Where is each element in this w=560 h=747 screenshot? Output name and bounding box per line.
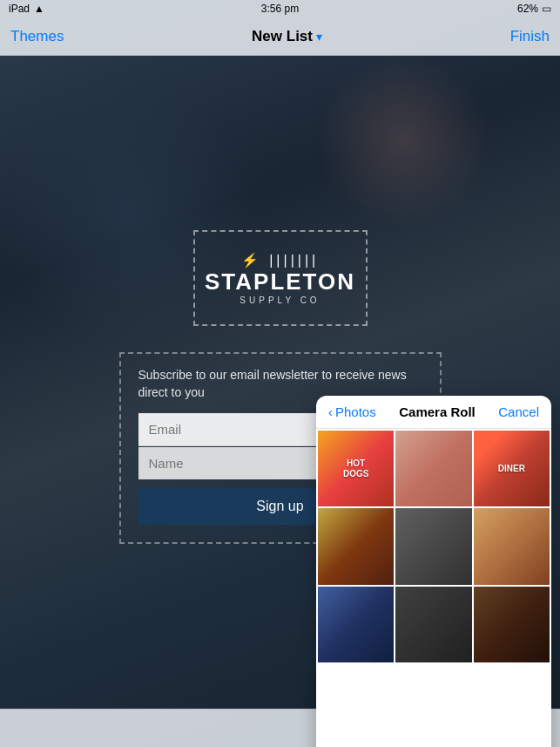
status-bar: iPad ▲ 3:56 pm 62% ▭ (0, 0, 560, 17)
wifi-icon: ▲ (34, 3, 44, 15)
logo-brand: STAPLETON (205, 270, 355, 293)
title-container: New List ▾ (252, 28, 322, 45)
finish-button[interactable]: Finish (510, 28, 550, 45)
main-content: ⚡ ||||||| STAPLETON SUPPLY CO Subscribe … (0, 56, 560, 747)
photo-thumbnail[interactable] (395, 431, 471, 506)
photo-label: DINER (498, 464, 525, 474)
battery-icon: ▭ (542, 3, 551, 15)
photo-thumbnail[interactable] (395, 587, 471, 662)
photo-thumbnail[interactable]: DINER (474, 431, 550, 506)
picker-empty-area (316, 664, 551, 747)
dropdown-arrow-icon[interactable]: ▾ (316, 30, 322, 44)
picker-back-label: Photos (335, 404, 376, 419)
picker-back-button[interactable]: ‹ Photos (328, 404, 376, 419)
carrier-label: iPad (9, 3, 30, 15)
picker-header: ‹ Photos Camera Roll Cancel (316, 396, 551, 429)
nav-bar: Themes New List ▾ Finish (0, 17, 560, 56)
status-left: iPad ▲ (9, 3, 44, 15)
logo: ⚡ ||||||| STAPLETON SUPPLY CO (205, 252, 355, 305)
photo-thumbnail[interactable] (318, 587, 394, 662)
photo-label: HOTDOGS (343, 458, 368, 479)
photo-thumbnail[interactable] (474, 508, 550, 584)
picker-title: Camera Roll (399, 404, 476, 419)
picker-cancel-button[interactable]: Cancel (498, 404, 539, 419)
status-time: 3:56 pm (261, 3, 299, 15)
themes-button[interactable]: Themes (10, 28, 64, 45)
photo-picker-popup: ‹ Photos Camera Roll Cancel HOTDOGS DINE… (316, 396, 551, 747)
photo-thumbnail[interactable] (474, 587, 550, 662)
photo-grid: HOTDOGS DINER (316, 429, 551, 664)
chevron-left-icon: ‹ (328, 404, 333, 419)
logo-subtitle: SUPPLY CO (205, 295, 355, 305)
photo-thumbnail[interactable] (318, 508, 394, 584)
photo-thumbnail[interactable] (395, 508, 471, 584)
logo-sunburst-icon: ⚡ ||||||| (205, 252, 355, 268)
photo-thumbnail[interactable]: HOTDOGS (318, 431, 394, 506)
logo-section: ⚡ ||||||| STAPLETON SUPPLY CO (193, 230, 368, 326)
battery-label: 62% (517, 3, 538, 15)
status-right: 62% ▭ (517, 3, 551, 15)
logo-brand-text: STAPLETON (205, 270, 355, 293)
page-title: New List (252, 28, 313, 45)
